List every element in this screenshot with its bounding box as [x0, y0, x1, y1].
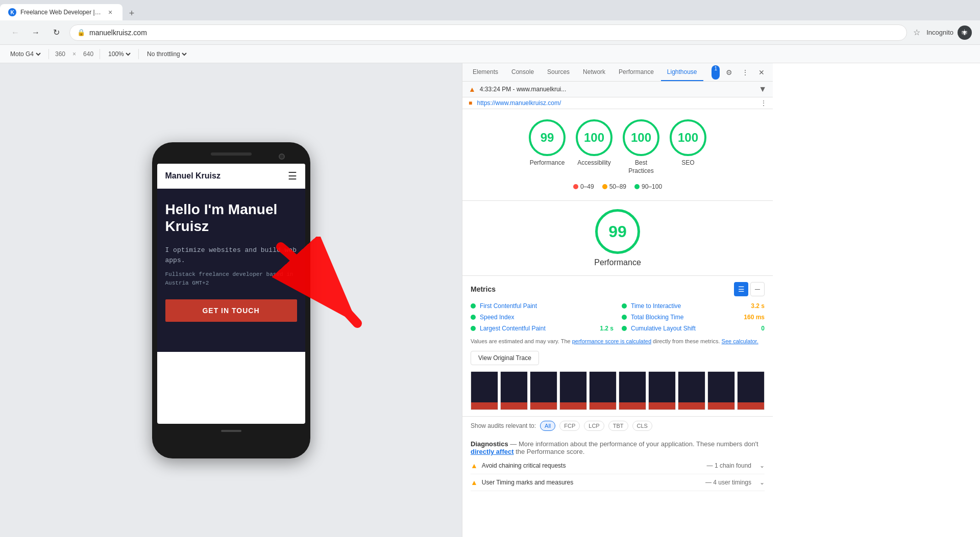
- diagnostics-after: the Performance score.: [516, 448, 584, 455]
- settings-icon[interactable]: ⚙: [722, 65, 736, 80]
- lh-more-options[interactable]: ⋮: [761, 99, 767, 107]
- tab-bar: K Freelance Web Developer | M... × +: [0, 0, 980, 20]
- metric-value-tti: 3.2 s: [751, 302, 765, 310]
- profile-button[interactable]: 🕷: [958, 25, 972, 40]
- legend-pass: 90–100: [634, 183, 662, 190]
- metrics-notes: Values are estimated and may vary. The p…: [471, 337, 765, 346]
- cta-button[interactable]: GET IN TOUCH: [165, 299, 297, 322]
- more-icon[interactable]: ⋮: [738, 65, 752, 80]
- diagnostics-section: Diagnostics — More information about the…: [462, 435, 773, 496]
- device-selector[interactable]: Moto G4: [8, 50, 42, 58]
- audit-tag-fcp[interactable]: FCP: [559, 421, 580, 431]
- devtools-panel: Elements Console Sources Network Perform…: [462, 63, 773, 537]
- grid-view-button[interactable]: ☰: [734, 282, 748, 296]
- main-content: Manuel Kruisz ☰ Hello I'm Manuel Kruisz …: [0, 63, 980, 537]
- hero-desc: Fullstack freelance developer based in A…: [165, 270, 297, 287]
- bookmark-button[interactable]: ☆: [913, 28, 920, 37]
- back-button[interactable]: ←: [8, 25, 22, 40]
- legend-average: 50–89: [602, 183, 626, 190]
- audit-tag-all[interactable]: All: [540, 421, 555, 431]
- tab-performance[interactable]: Performance: [612, 63, 660, 81]
- forward-button[interactable]: →: [29, 25, 43, 40]
- metric-cls: Cumulative Layout Shift 0: [622, 325, 765, 332]
- metric-tti: Time to Interactive 3.2 s: [622, 302, 765, 310]
- tab-lighthouse[interactable]: Lighthouse: [661, 63, 703, 81]
- filmstrip-frame-8: [678, 371, 705, 410]
- incognito-label: Incognito: [926, 29, 953, 36]
- filmstrip-img-5: [589, 371, 617, 410]
- legend-pass-label: 90–100: [642, 183, 662, 190]
- score-performance: 99 Performance: [529, 119, 566, 175]
- score-circle-performance: 99: [529, 119, 566, 156]
- filmstrip-img-2: [500, 371, 528, 410]
- metric-value-cls: 0: [761, 325, 765, 332]
- address-bar: ← → ↻ 🔒 manuelkruisz.com ☆ Incognito 🕷: [0, 20, 980, 45]
- site-hero: Hello I'm Manuel Kruisz I optimize websi…: [157, 189, 305, 352]
- metric-name-si: Speed Index: [480, 314, 614, 321]
- lighthouse-timestamp: 4:33:24 PM - www.manuelkrui...: [480, 86, 566, 93]
- width-value: 360: [55, 50, 65, 58]
- phone-device: Manuel Kruisz ☰ Hello I'm Manuel Kruisz …: [152, 142, 310, 458]
- perf-score-link[interactable]: performance score is calculated: [572, 338, 651, 344]
- diag-expand-2[interactable]: ⌄: [760, 479, 765, 486]
- score-circle-accessibility: 100: [576, 119, 612, 156]
- score-label-best-practices: BestPractices: [628, 159, 653, 175]
- legend-dot-red: [573, 184, 578, 189]
- score-accessibility: 100 Accessibility: [576, 119, 612, 175]
- throttle-selector[interactable]: No throttling: [145, 50, 188, 58]
- browser-window: K Freelance Web Developer | M... × + ← →…: [0, 0, 980, 537]
- audit-tag-cls[interactable]: CLS: [632, 421, 652, 431]
- audit-tag-tbt[interactable]: TBT: [608, 421, 628, 431]
- directly-affect-link[interactable]: directly affect: [471, 448, 514, 455]
- score-circle-best-practices: 100: [623, 119, 659, 156]
- metrics-header: Metrics ☰ ─: [471, 282, 765, 296]
- filmstrip-frame-2: [500, 371, 528, 410]
- timestamp-more-icon: ▼: [758, 85, 767, 94]
- filmstrip-frame-3: [530, 371, 557, 410]
- diag-warning-icon-1: ▲: [471, 462, 478, 470]
- diag-expand-1[interactable]: ⌄: [760, 462, 765, 469]
- metric-name-fcp: First Contentful Paint: [480, 302, 614, 310]
- devtools-icons: 1 ⚙ ⋮ ✕: [712, 65, 769, 80]
- zoom-selector[interactable]: 100%: [106, 50, 132, 58]
- issues-badge: 1: [712, 65, 720, 80]
- diag-item-2: ▲ User Timing marks and measures — 4 use…: [471, 474, 765, 491]
- audit-tag-lcp[interactable]: LCP: [584, 421, 604, 431]
- filmstrip-img-3: [530, 371, 557, 410]
- metric-dot-fcp: [471, 303, 476, 309]
- performance-section-label: Performance: [594, 258, 641, 267]
- divider2: [100, 49, 100, 59]
- tab-console[interactable]: Console: [505, 63, 540, 81]
- lighthouse-url: https://www.manuelkruisz.com/: [477, 99, 561, 107]
- reload-button[interactable]: ↻: [49, 25, 63, 40]
- performance-section: 99 Performance: [462, 201, 773, 276]
- score-label-seo: SEO: [681, 159, 694, 167]
- tab-sources[interactable]: Sources: [541, 63, 576, 81]
- filmstrip-frame-1: [471, 371, 498, 410]
- metric-name-tti: Time to Interactive: [631, 302, 747, 310]
- diag-item-1: ▲ Avoid chaining critical requests — 1 c…: [471, 457, 765, 474]
- url-text: manuelkruisz.com: [89, 29, 147, 37]
- notes-text-before: Values are estimated and may vary. The: [471, 338, 572, 344]
- view-original-trace-button[interactable]: View Original Trace: [471, 351, 539, 365]
- list-view-button[interactable]: ─: [750, 282, 765, 296]
- filmstrip-frame-6: [619, 371, 646, 410]
- tab-close-button[interactable]: ×: [106, 8, 114, 16]
- phone-preview-area: Manuel Kruisz ☰ Hello I'm Manuel Kruisz …: [0, 63, 462, 537]
- score-seo: 100 SEO: [670, 119, 706, 175]
- see-calculator-link[interactable]: See calculator.: [722, 338, 758, 344]
- close-devtools-icon[interactable]: ✕: [754, 65, 769, 80]
- metrics-grid: First Contentful Paint Time to Interacti…: [471, 302, 765, 332]
- url-bar[interactable]: 🔒 manuelkruisz.com: [69, 24, 907, 41]
- filmstrip-img-8: [678, 371, 705, 410]
- diag-count-2: — 4 user timings: [705, 479, 751, 486]
- audit-filters-label: Show audits relevant to:: [471, 422, 536, 429]
- legend-fail-label: 0–49: [580, 183, 594, 190]
- new-tab-button[interactable]: +: [125, 6, 139, 20]
- tab-network[interactable]: Network: [577, 63, 611, 81]
- filmstrip-frame-5: [589, 371, 617, 410]
- height-value: 640: [83, 50, 93, 58]
- lighthouse-content[interactable]: 99 Performance 100 Accessibility 100 Bes…: [462, 109, 773, 537]
- tab-elements[interactable]: Elements: [467, 63, 504, 81]
- active-tab[interactable]: K Freelance Web Developer | M... ×: [0, 4, 122, 20]
